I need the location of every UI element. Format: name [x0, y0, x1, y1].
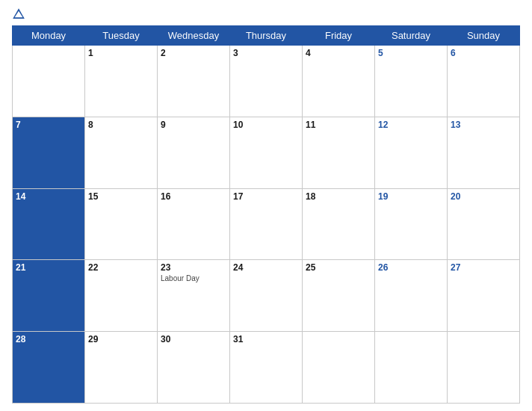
day-number: 16 [161, 191, 226, 202]
calendar-day-cell: 16 [158, 188, 230, 260]
calendar-day-cell: 30 [158, 332, 230, 404]
calendar-day-cell: 29 [85, 332, 158, 404]
calendar-day-cell: 27 [448, 260, 520, 332]
day-number: 1 [88, 48, 154, 58]
calendar-day-cell: 7 [13, 117, 85, 188]
weekday-header-row: MondayTuesdayWednesdayThursdayFridaySatu… [13, 26, 520, 46]
calendar-week-row: 212223Labour Day24252627 [13, 260, 520, 332]
day-number: 17 [233, 191, 299, 202]
calendar-day-cell: 5 [375, 46, 448, 117]
calendar-day-cell: 10 [230, 117, 303, 188]
logo-icon [12, 7, 25, 21]
weekday-header-thursday: Thursday [230, 26, 303, 46]
day-number: 30 [161, 334, 226, 344]
calendar-day-cell: 26 [375, 260, 448, 332]
day-number: 7 [16, 120, 81, 130]
calendar-day-cell: 8 [85, 117, 158, 188]
calendar-day-cell: 31 [230, 332, 303, 404]
day-number: 13 [451, 120, 516, 130]
day-number: 21 [16, 262, 81, 273]
day-number: 29 [88, 334, 154, 344]
weekday-header-friday: Friday [303, 26, 375, 46]
event-label: Labour Day [161, 274, 226, 282]
day-number: 14 [16, 191, 81, 202]
calendar-day-cell: 17 [230, 188, 303, 260]
day-number: 25 [306, 262, 371, 273]
calendar-day-cell [375, 332, 448, 404]
calendar-day-cell: 18 [303, 188, 375, 260]
day-number: 31 [233, 334, 299, 344]
calendar-day-cell [448, 332, 520, 404]
weekday-header-monday: Monday [13, 26, 85, 46]
day-number: 28 [16, 334, 81, 344]
calendar-day-cell: 9 [158, 117, 230, 188]
calendar-day-cell: 23Labour Day [158, 260, 230, 332]
weekday-header-tuesday: Tuesday [85, 26, 158, 46]
day-number: 19 [378, 191, 444, 202]
day-number: 8 [88, 120, 154, 130]
calendar-day-cell: 3 [230, 46, 303, 117]
day-number: 20 [451, 191, 516, 202]
calendar-day-cell [303, 332, 375, 404]
calendar-day-cell: 6 [448, 46, 520, 117]
calendar-day-cell: 4 [303, 46, 375, 117]
calendar-table: MondayTuesdayWednesdayThursdayFridaySatu… [12, 25, 520, 404]
calendar-week-row: 78910111213 [13, 117, 520, 188]
calendar-day-cell: 1 [85, 46, 158, 117]
calendar-day-cell: 24 [230, 260, 303, 332]
day-number: 15 [88, 191, 154, 202]
weekday-header-sunday: Sunday [448, 26, 520, 46]
calendar-wrapper: MondayTuesdayWednesdayThursdayFridaySatu… [0, 0, 532, 411]
calendar-day-cell: 15 [85, 188, 158, 260]
day-number: 24 [233, 262, 299, 273]
calendar-week-row: 14151617181920 [13, 188, 520, 260]
day-number: 27 [451, 262, 516, 273]
calendar-day-cell [13, 46, 85, 117]
calendar-day-cell: 28 [13, 332, 85, 404]
calendar-week-row: 123456 [13, 46, 520, 117]
calendar-day-cell: 25 [303, 260, 375, 332]
day-number: 12 [378, 120, 444, 130]
weekday-header-saturday: Saturday [375, 26, 448, 46]
calendar-day-cell: 20 [448, 188, 520, 260]
weekday-header-wednesday: Wednesday [158, 26, 230, 46]
day-number: 3 [233, 48, 299, 58]
day-number: 26 [378, 262, 444, 273]
calendar-day-cell: 2 [158, 46, 230, 117]
country-label [453, 7, 520, 10]
calendar-day-cell: 21 [13, 260, 85, 332]
day-number: 5 [378, 48, 444, 58]
day-number: 11 [306, 120, 371, 130]
day-number: 9 [161, 120, 226, 130]
calendar-week-row: 28293031 [13, 332, 520, 404]
day-number: 6 [451, 48, 516, 58]
logo-area [12, 7, 79, 22]
day-number: 2 [161, 48, 226, 58]
day-number: 18 [306, 191, 371, 202]
day-number: 4 [306, 48, 371, 58]
calendar-day-cell: 22 [85, 260, 158, 332]
calendar-day-cell: 19 [375, 188, 448, 260]
calendar-day-cell: 13 [448, 117, 520, 188]
day-number: 23 [161, 262, 226, 273]
calendar-day-cell: 12 [375, 117, 448, 188]
calendar-day-cell: 11 [303, 117, 375, 188]
calendar-day-cell: 14 [13, 188, 85, 260]
logo-combined [12, 7, 28, 22]
header-row [12, 7, 520, 22]
day-number: 10 [233, 120, 299, 130]
day-number: 22 [88, 262, 154, 273]
